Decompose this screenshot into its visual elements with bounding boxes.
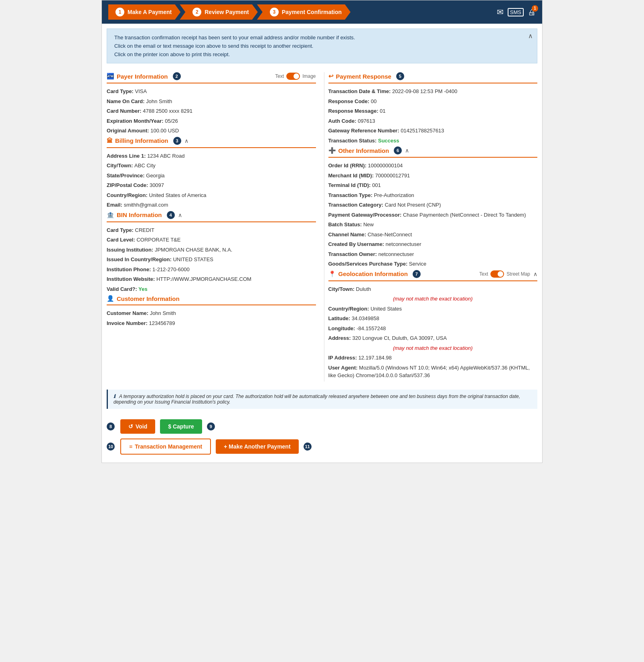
step-2-number: 2 (192, 8, 201, 16)
transaction-icon: ≡ (129, 443, 132, 450)
step-1-number: 1 (115, 8, 124, 16)
field-expiration: Expiration Month/Year: 05/26 (107, 117, 316, 125)
payer-info-header: 🏧 Payer Information 2 Text Image (107, 72, 316, 83)
customer-info-fields: Customer Name: John Smith Invoice Number… (107, 309, 316, 327)
geo-info-section: 📍 Geolocation Information 7 Text Street … (328, 270, 538, 380)
bin-collapse-arrow[interactable]: ∧ (178, 212, 182, 218)
geo-toggle-left-label: Text (479, 271, 488, 277)
field-original-amount: Original Amount: 100.00 USD (107, 127, 316, 135)
step-3-number: 3 (270, 8, 279, 16)
geo-toggle-switch[interactable] (490, 270, 504, 278)
credit-card-icon: 🏧 (107, 73, 114, 80)
void-icon: ↺ (128, 423, 133, 430)
banner-line-3: Click on the printer icon above to print… (114, 51, 530, 57)
billing-info-fields: Address Line 1: 1234 ABC Road City/Town:… (107, 152, 316, 209)
billing-info-num: 3 (173, 137, 181, 145)
transaction-payment-row: 10 ≡ Transaction Management + Make Anoth… (107, 439, 537, 455)
billing-info-header: 🏛 Billing Information 3 ∧ (107, 137, 316, 148)
left-column: 🏧 Payer Information 2 Text Image Card Ty… (107, 72, 324, 382)
payment-response-title: ↩ Payment Response 5 (328, 72, 404, 80)
make-payment-label: + Make Another Payment (224, 443, 290, 450)
right-column: ↩ Payment Response 5 Transaction Date & … (324, 72, 538, 382)
payer-info-toggle: Text Image (275, 73, 316, 80)
banner-collapse-button[interactable]: ∧ (528, 32, 533, 40)
bin-info-fields: Card Type: CREDIT Card Level: CORPORATE … (107, 226, 316, 293)
capture-label: $ Capture (168, 423, 194, 430)
billing-icon: 🏛 (107, 137, 113, 144)
print-icon[interactable]: 🖨 1 (528, 8, 536, 17)
payment-response-fields: Transaction Date & Time: 2022-09-08 12:5… (328, 87, 538, 144)
sms-icon[interactable]: SMS (508, 8, 524, 16)
bin-info-section: 🏦 BIN Information 4 ∧ Card Type: CREDIT … (107, 211, 316, 293)
customer-info-section: 👤 Customer Information Customer Name: Jo… (107, 295, 316, 327)
print-badge: 1 (532, 5, 538, 12)
other-info-header: ➕ Other Information 6 ∧ (328, 146, 538, 158)
transaction-management-button[interactable]: ≡ Transaction Management (120, 439, 211, 455)
payer-info-section: 🏧 Payer Information 2 Text Image Card Ty… (107, 72, 316, 135)
steps: 1 Make A Payment 2 Review Payment 3 Paym… (108, 4, 350, 20)
make-another-payment-button[interactable]: + Make Another Payment (216, 439, 298, 454)
payment-response-section: ↩ Payment Response 5 Transaction Date & … (328, 72, 538, 144)
field-card-number: Card Number: 4788 2500 xxxx 8291 (107, 107, 316, 115)
other-info-collapse[interactable]: ∧ (405, 147, 409, 154)
field-card-type: Card Type: VISA (107, 87, 316, 95)
other-info-num: 6 (394, 146, 402, 154)
payment-response-num: 5 (396, 72, 404, 80)
step-2-label: Review Payment (205, 9, 249, 15)
step-2[interactable]: 2 Review Payment (180, 4, 258, 20)
info-note-text: A temporary authorization hold is placed… (113, 394, 520, 405)
payer-toggle-switch[interactable] (286, 73, 300, 80)
info-banner: ∧ The transaction confirmation receipt h… (107, 28, 537, 63)
void-num: 8 (107, 422, 115, 431)
capture-button[interactable]: $ Capture (160, 419, 202, 434)
other-info-fields: Order Id (RRN): 100000000104 Merchant Id… (328, 162, 538, 268)
banner-line-2: Click on the email or text message icon … (114, 43, 530, 49)
customer-info-header: 👤 Customer Information (107, 295, 316, 305)
step-3-label: Payment Confirmation (282, 9, 342, 15)
email-icon[interactable]: ✉ (497, 7, 504, 17)
payer-info-title: 🏧 Payer Information 2 (107, 72, 181, 80)
payer-toggle-right-label: Image (302, 73, 316, 79)
header-icons: ✉ SMS 🖨 1 (497, 7, 536, 17)
transaction-label: Transaction Management (135, 443, 202, 450)
geo-icon: 📍 (328, 270, 336, 278)
bin-info-num: 4 (167, 211, 175, 219)
buttons-area: 8 ↺ Void $ Capture 9 10 ≡ Transaction Ma… (102, 413, 542, 463)
geo-info-header: 📍 Geolocation Information 7 Text Street … (328, 270, 538, 281)
geo-toggle-area: Text Street Map (479, 270, 530, 278)
void-capture-row: 8 ↺ Void $ Capture 9 (107, 419, 537, 434)
billing-info-title: 🏛 Billing Information 3 (107, 137, 181, 145)
info-note: ℹ A temporary authorization hold is plac… (107, 390, 537, 409)
geo-info-fields: City/Town: Duluth (may not match the exa… (328, 285, 538, 380)
make-payment-num: 11 (304, 443, 312, 451)
other-info-icon: ➕ (328, 147, 336, 154)
step-1-label: Make A Payment (128, 9, 172, 15)
other-info-section: ➕ Other Information 6 ∧ Order Id (RRN): … (328, 146, 538, 268)
transaction-num: 10 (107, 443, 115, 451)
capture-num: 9 (207, 422, 215, 431)
void-label: Void (136, 423, 147, 430)
payer-info-fields: Card Type: VISA Name On Card: John Smith… (107, 87, 316, 135)
bin-info-header: 🏦 BIN Information 4 ∧ (107, 211, 316, 222)
geo-info-title: 📍 Geolocation Information 7 (328, 270, 421, 278)
payer-info-num: 2 (173, 72, 181, 80)
bin-info-title: 🏦 BIN Information 4 (107, 211, 175, 219)
field-name-on-card: Name On Card: John Smith (107, 97, 316, 106)
payment-response-header: ↩ Payment Response 5 (328, 72, 538, 83)
customer-info-title: 👤 Customer Information (107, 295, 180, 302)
billing-info-section: 🏛 Billing Information 3 ∧ Address Line 1… (107, 137, 316, 209)
step-3[interactable]: 3 Payment Confirmation (257, 4, 350, 20)
main-content: 🏧 Payer Information 2 Text Image Card Ty… (102, 68, 542, 386)
geo-info-num: 7 (413, 270, 421, 278)
info-icon: ℹ (113, 394, 115, 399)
bin-icon: 🏦 (107, 211, 114, 219)
geo-toggle-right-label: Street Map (506, 271, 530, 277)
payment-response-icon: ↩ (328, 73, 334, 80)
other-info-title: ➕ Other Information 6 (328, 146, 402, 154)
billing-collapse-arrow[interactable]: ∧ (184, 138, 188, 144)
payer-toggle-left-label: Text (275, 73, 284, 79)
void-button[interactable]: ↺ Void (120, 419, 155, 434)
geo-collapse-arrow[interactable]: ∧ (533, 271, 537, 277)
customer-icon: 👤 (107, 295, 114, 302)
step-1[interactable]: 1 Make A Payment (108, 4, 180, 20)
